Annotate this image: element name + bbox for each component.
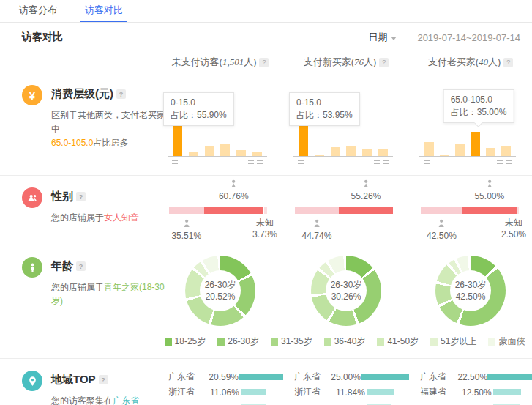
bar	[501, 146, 511, 156]
section-title: 消费层级(元) ?	[51, 87, 168, 101]
consume-bar-chart-old-buyer: 65.0-105.0 占比：35.00%	[409, 73, 532, 175]
male-stat: 35.51%	[171, 218, 201, 241]
axis-tick-labels	[172, 160, 263, 166]
region-row: 福建省12.50%	[420, 384, 532, 400]
male-icon	[181, 218, 192, 229]
female-icon	[360, 179, 371, 190]
pin-icon	[22, 371, 42, 391]
bar	[331, 147, 340, 156]
male-stat: 42.50%	[427, 218, 457, 241]
section-title: 地域TOP ?	[51, 373, 168, 387]
region-row: 广东省22.50%	[420, 369, 532, 384]
chevron-down-icon	[391, 37, 397, 40]
legend-swatch	[377, 338, 384, 346]
chart-tooltip: 0-15.0 占比：55.90%	[163, 92, 234, 126]
section-desc: 区别于其他两类，支付老买家中65.0-105.0占比居多	[51, 108, 168, 150]
bar	[189, 152, 198, 156]
column-header-unpaid: 未支付访客(1,501人) ?	[157, 52, 283, 73]
section-region-top: 地域TOP ? 您的访客聚集在广东省 广东省20.59%浙江省11.06% 广东…	[0, 359, 532, 405]
bar	[471, 132, 480, 156]
people-icon	[22, 187, 42, 208]
person-icon	[22, 257, 42, 278]
help-icon[interactable]: ?	[99, 375, 108, 384]
gender-chart-old-buyer: 55.00% 42.50% 未知 2.50%	[409, 176, 532, 245]
legend-swatch	[324, 338, 331, 346]
bar	[486, 148, 495, 156]
section-desc: 您的店铺属于女人知音	[51, 211, 168, 225]
legend-item: 蒙面侠	[488, 335, 525, 348]
region-bar	[493, 389, 521, 395]
column-header-old-buyer: 支付老买家(40人) ?	[409, 52, 532, 73]
bar	[346, 146, 356, 156]
legend-swatch	[165, 338, 172, 346]
donut-chart: 26-30岁 20.52%	[185, 256, 255, 326]
region-row: 广东省20.59%	[168, 369, 283, 384]
region-row	[168, 400, 283, 405]
donut-center-label: 26-30岁 42.50%	[450, 270, 491, 311]
female-stat: 60.76%	[219, 179, 249, 201]
female-stat: 55.00%	[474, 179, 504, 201]
chart-tooltip: 0-15.0 占比：53.95%	[289, 92, 360, 126]
legend-swatch	[430, 338, 438, 346]
gender-stacked-bar	[295, 207, 393, 214]
bar	[205, 146, 214, 156]
visitor-compare-page: 访客分布 访客对比 访客对比 日期 2019-07-14~2019-07-14 …	[0, 0, 532, 405]
region-bar	[367, 389, 394, 395]
tab-visitor-compare[interactable]: 访客对比	[80, 0, 127, 22]
female-icon	[228, 179, 239, 190]
gender-stacked-bar	[421, 207, 519, 214]
female-stat: 55.26%	[351, 179, 381, 201]
section-desc: 您的店铺属于青年之家(18-30岁)	[51, 280, 168, 308]
legend-swatch	[488, 338, 495, 346]
male-icon	[311, 218, 322, 229]
help-icon[interactable]: ?	[259, 58, 269, 67]
section-age: 年龄 ? 您的店铺属于青年之家(18-30岁) 26-30岁 20.52% 26…	[0, 245, 532, 359]
page-title: 访客对比	[22, 31, 63, 44]
region-list-new-buyer: 广东省25.00%浙江省11.84%	[283, 359, 409, 405]
tab-visitor-distribution[interactable]: 访客分布	[15, 0, 61, 22]
legend-item: 51岁以上	[430, 335, 476, 348]
legend-item: 18-25岁	[165, 335, 206, 348]
help-icon[interactable]: ?	[503, 58, 513, 67]
axis-tick-labels	[298, 160, 389, 166]
region-list-unpaid: 广东省20.59%浙江省11.06%	[157, 359, 283, 405]
help-icon[interactable]: ?	[116, 89, 126, 99]
legend-item: 26-30岁	[217, 335, 259, 348]
bar	[315, 155, 324, 156]
consume-bar-chart-unpaid: 0-15.0 占比：55.90%	[157, 73, 283, 175]
column-header-new-buyer: 支付新买家(76人) ?	[283, 52, 409, 73]
region-list-old-buyer: 广东省22.50%福建省12.50%	[409, 359, 532, 405]
panel-header: 访客对比 日期 2019-07-14~2019-07-14	[0, 23, 532, 52]
consume-bar-chart-new-buyer: 0-15.0 占比：53.95%	[283, 73, 409, 175]
donut-chart: 26-30岁 42.50%	[435, 256, 506, 326]
legend-swatch	[217, 338, 225, 346]
region-bar	[241, 389, 266, 395]
gender-stacked-bar	[169, 207, 267, 214]
date-range[interactable]: 2019-07-14~2019-07-14	[417, 32, 520, 43]
legend-item: 31-35岁	[271, 335, 312, 348]
legend-swatch	[271, 338, 278, 346]
date-dropdown[interactable]: 日期	[368, 31, 397, 44]
legend-item: 41-50岁	[377, 335, 419, 348]
section-title: 性别 ?	[51, 190, 168, 204]
help-icon[interactable]: ?	[76, 192, 86, 201]
axis-tick-labels	[424, 160, 512, 166]
section-consume-level: ¥ 消费层级(元) ? 区别于其他两类，支付老买家中65.0-105.0占比居多…	[0, 73, 532, 176]
bar	[236, 150, 246, 156]
donut-chart: 26-30岁 30.26%	[311, 256, 381, 326]
gender-chart-new-buyer: 55.26% 44.74% 未知	[283, 176, 409, 245]
region-row	[420, 400, 532, 405]
yen-icon: ¥	[22, 85, 42, 105]
help-icon[interactable]: ?	[76, 261, 86, 271]
section-desc: 您的访客聚集在广东省	[51, 394, 168, 405]
region-row: 浙江省11.06%	[168, 384, 283, 400]
region-row	[294, 400, 409, 405]
tab-bar: 访客分布 访客对比	[0, 0, 532, 23]
bar	[455, 144, 465, 156]
age-legend: 18-25岁26-30岁31-35岁36-40岁41-50岁51岁以上蒙面侠	[157, 335, 532, 348]
donut-center-label: 26-30岁 30.26%	[326, 270, 367, 311]
help-icon[interactable]: ?	[379, 58, 389, 67]
unknown-stat: 未知 2.50%	[501, 217, 526, 240]
region-bar	[361, 374, 409, 380]
region-row: 广东省25.00%	[294, 369, 409, 384]
